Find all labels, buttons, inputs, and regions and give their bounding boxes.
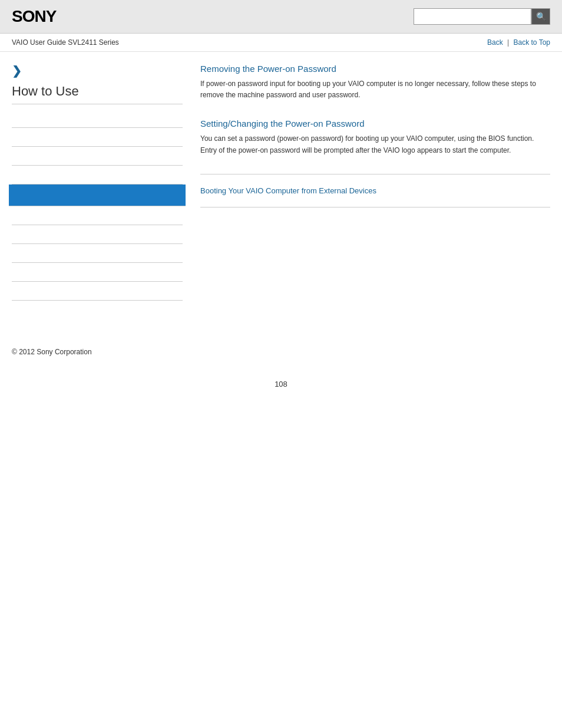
list-item-active[interactable]	[9, 185, 186, 206]
nav-separator: |	[507, 38, 509, 47]
section1-body: If power-on password input for booting u…	[200, 78, 550, 101]
sidebar-nav	[12, 109, 183, 301]
booting-link[interactable]: Booting Your VAIO Computer from External…	[200, 186, 376, 195]
section-setting-password: Setting/Changing the Power-on Password Y…	[200, 118, 550, 156]
section1-title: Removing the Power-on Password	[200, 64, 550, 74]
content-divider-2	[200, 207, 550, 207]
content-area: Removing the Power-on Password If power-…	[194, 64, 550, 301]
sidebar-arrow: ❯	[12, 64, 183, 78]
list-item	[12, 147, 183, 166]
main-content: ❯ How to Use Removing the Power-on Passw…	[0, 52, 562, 312]
section2-title: Setting/Changing the Power-on Password	[200, 118, 550, 129]
header: SONY 🔍	[0, 0, 562, 34]
sidebar: ❯ How to Use	[12, 64, 194, 301]
list-item	[12, 282, 183, 301]
search-input[interactable]	[414, 8, 531, 25]
content-divider	[200, 174, 550, 174]
list-item	[12, 244, 183, 263]
section2-link[interactable]: Setting/Changing the Power-on Password	[200, 118, 365, 129]
section2-body: You can set a password (power-on passwor…	[200, 133, 550, 156]
section-removing-password: Removing the Power-on Password If power-…	[200, 64, 550, 101]
section1-link[interactable]: Removing the Power-on Password	[200, 64, 336, 74]
guide-title: VAIO User Guide SVL2411 Series	[12, 38, 119, 47]
copyright: © 2012 Sony Corporation	[12, 348, 92, 356]
search-button[interactable]: 🔍	[531, 8, 550, 25]
footer: © 2012 Sony Corporation	[0, 336, 562, 368]
booting-link-container: Booting Your VAIO Computer from External…	[200, 186, 550, 195]
nav-links: Back | Back to Top	[487, 38, 550, 47]
page-number: 108	[0, 368, 562, 400]
list-item	[12, 166, 183, 185]
back-to-top-link[interactable]: Back to Top	[514, 38, 550, 47]
sidebar-title: How to Use	[12, 84, 183, 104]
back-link[interactable]: Back	[487, 38, 503, 47]
list-item	[12, 225, 183, 244]
list-item	[12, 206, 183, 225]
search-container: 🔍	[414, 8, 550, 25]
list-item	[12, 109, 183, 128]
sony-logo: SONY	[12, 7, 56, 26]
breadcrumb-bar: VAIO User Guide SVL2411 Series Back | Ba…	[0, 34, 562, 52]
search-icon: 🔍	[536, 12, 546, 21]
list-item	[12, 128, 183, 147]
list-item	[12, 263, 183, 282]
